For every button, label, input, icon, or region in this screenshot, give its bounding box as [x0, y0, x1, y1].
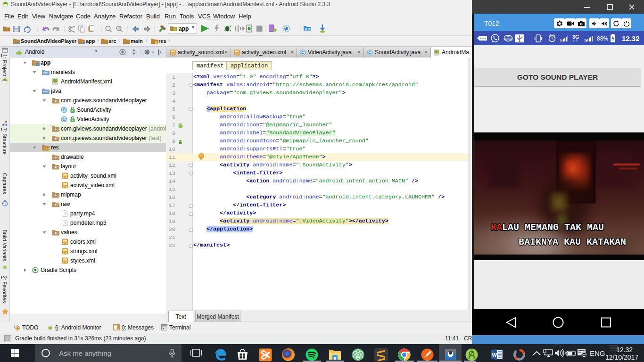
svg-text:12.32: 12.32 [622, 34, 639, 42]
svg-text:W: W [492, 352, 497, 358]
svg-text:2: 2 [584, 39, 586, 42]
svg-text:88%: 88% [597, 35, 608, 42]
svg-text:3G: 3G [572, 34, 579, 40]
svg-text:1: 1 [560, 39, 561, 42]
